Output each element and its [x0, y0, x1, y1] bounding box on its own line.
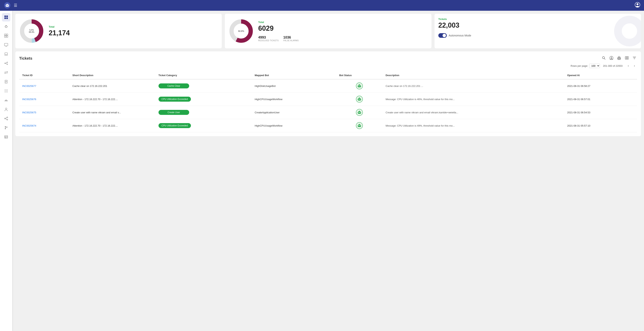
- svg-rect-12: [4, 18, 6, 19]
- svg-rect-91: [360, 99, 360, 100]
- donut-chart-2: 82.8%: [229, 19, 254, 44]
- prev-page-button[interactable]: ‹: [626, 63, 631, 69]
- autonomous-mode-toggle[interactable]: [438, 33, 447, 38]
- sidebar-item-flow[interactable]: [2, 59, 10, 68]
- sidebar-item-integrations[interactable]: [2, 114, 10, 123]
- robot-logo: [4, 2, 11, 9]
- cell-category: Cache Clear: [156, 79, 252, 93]
- svg-rect-59: [4, 136, 8, 138]
- total-label-1: Total: [49, 25, 218, 28]
- cell-opened-at: 2021-08-31 06:58:27: [564, 79, 637, 93]
- download-icon[interactable]: [609, 55, 614, 62]
- pagination-row: Rows per page: 100 50 25 201-300 of 2200…: [19, 63, 637, 69]
- sidebar-item-bugs[interactable]: [2, 22, 10, 31]
- svg-rect-6: [6, 5, 6, 6]
- category-badge: CPU Utilization Exceeded: [158, 123, 191, 128]
- sidebar-item-monitor[interactable]: [2, 41, 10, 49]
- svg-rect-93: [359, 97, 360, 98]
- ticket-id-link[interactable]: INC0025674: [22, 124, 36, 127]
- svg-rect-22: [6, 36, 8, 37]
- false-alarms: 1036 FALSE ALARMS: [283, 36, 298, 42]
- svg-rect-20: [6, 34, 8, 36]
- stat-card-2: 82.8% Total 6029 4993 RESOLVED TICKETS 1…: [225, 14, 431, 48]
- cell-description: Cache clear on 172.16.222.201 ...: [382, 79, 564, 93]
- cell-bot-status: [336, 93, 382, 106]
- table-header: Ticket ID Short Description Ticket Categ…: [19, 72, 637, 79]
- next-page-button[interactable]: ›: [632, 63, 637, 69]
- sidebar-item-signal[interactable]: [2, 96, 10, 104]
- rows-per-page-select[interactable]: 100 50 25: [589, 64, 600, 68]
- svg-rect-107: [360, 125, 360, 126]
- sidebar-item-user[interactable]: [2, 105, 10, 114]
- filter-icon[interactable]: [632, 55, 637, 62]
- category-badge: Cache Clear: [158, 83, 189, 88]
- tickets-table: Ticket ID Short Description Ticket Categ…: [19, 72, 637, 132]
- bot-status-icon: [339, 122, 380, 129]
- col-opened-at: Opened At: [564, 72, 637, 79]
- svg-point-42: [6, 91, 6, 91]
- tickets-header: Tickets: [19, 55, 637, 62]
- stat-card-1: 5.5% 69.4% Total 21,174: [15, 14, 222, 48]
- cell-short-desc: Create user with name vikram and email v…: [70, 106, 156, 119]
- print-icon[interactable]: [616, 55, 622, 62]
- sidebar-item-laptop[interactable]: [2, 50, 10, 58]
- cell-category: Create User: [156, 106, 252, 119]
- sidebar-item-dots[interactable]: [2, 87, 10, 95]
- sidebar-item-branch[interactable]: [2, 124, 10, 132]
- svg-rect-95: [360, 99, 361, 100]
- svg-rect-21: [4, 36, 6, 37]
- cell-mapped-bot: CreateApplicationUser: [252, 106, 336, 119]
- svg-rect-109: [359, 124, 360, 125]
- svg-rect-75: [626, 57, 627, 59]
- svg-rect-11: [6, 16, 8, 17]
- svg-rect-19: [4, 34, 6, 36]
- col-ticket-id: Ticket ID: [19, 72, 70, 79]
- svg-point-51: [7, 119, 8, 120]
- sidebar-item-dashboard[interactable]: [2, 13, 10, 22]
- cell-opened-at: 2021-08-31 06:57:01: [564, 93, 637, 106]
- sidebar-item-documents[interactable]: [2, 78, 10, 86]
- ticket-id-link[interactable]: INC0025675: [22, 111, 36, 114]
- ticket-id-link[interactable]: INC0025676: [22, 98, 36, 101]
- ticket-id-link[interactable]: INC0025677: [22, 85, 36, 88]
- bg-decoration: [614, 16, 641, 46]
- sidebar-item-transfer[interactable]: [2, 68, 10, 77]
- svg-point-9: [636, 3, 638, 5]
- cell-mapped-bot: HighCPUUsageWorkflow: [252, 119, 336, 132]
- svg-rect-86: [358, 86, 358, 87]
- cell-bot-status: [336, 119, 382, 132]
- svg-line-30: [5, 63, 7, 63]
- svg-line-31: [5, 64, 7, 64]
- svg-rect-85: [359, 84, 360, 85]
- svg-line-53: [6, 119, 7, 120]
- svg-rect-98: [358, 112, 359, 113]
- hamburger-menu[interactable]: ☰: [14, 3, 17, 8]
- resolved-tickets: 4993 RESOLVED TICKETS: [258, 36, 279, 42]
- stat-info-2: Total 6029 4993 RESOLVED TICKETS 1036 FA…: [258, 21, 428, 42]
- cell-opened-at: 2021-08-31 06:54:53: [564, 106, 637, 119]
- cell-ticket-id: INC0025677: [19, 79, 70, 93]
- sidebar-item-data-table[interactable]: [2, 133, 10, 141]
- columns-icon[interactable]: [624, 55, 630, 62]
- tickets-section: Tickets: [15, 51, 641, 136]
- total-label-2: Total: [258, 21, 428, 24]
- bot-status-icon: [339, 96, 380, 103]
- user-profile-icon[interactable]: [635, 2, 640, 9]
- svg-rect-111: [360, 126, 361, 126]
- top-nav: ☰: [0, 0, 644, 11]
- page-info: 201-300 of 22003: [603, 65, 622, 67]
- col-bot-status: Bot Status: [336, 72, 382, 79]
- svg-point-29: [7, 64, 8, 65]
- sidebar-item-grid[interactable]: [2, 32, 10, 40]
- table-body: INC0025677 Cache clear on 172.16.222.201…: [19, 79, 637, 132]
- svg-point-44: [5, 92, 5, 92]
- svg-rect-110: [358, 126, 358, 126]
- cell-ticket-id: INC0025676: [19, 93, 70, 106]
- svg-line-52: [6, 118, 7, 118]
- total-value-2: 6029: [258, 24, 428, 33]
- col-ticket-category: Ticket Category: [156, 72, 252, 79]
- cell-description: Message: CPU Utilization is 46%, thresho…: [382, 93, 564, 106]
- search-icon[interactable]: [601, 55, 606, 62]
- rows-per-page-label: Rows per page:: [570, 65, 588, 67]
- header-actions: [601, 55, 637, 62]
